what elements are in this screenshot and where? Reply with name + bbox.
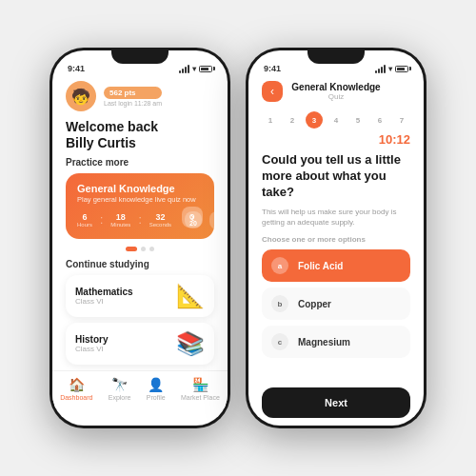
option-a[interactable]: a Folic Acid — [262, 249, 410, 282]
history-name: History — [75, 334, 108, 345]
math-info: Mathematics Class VI — [75, 287, 133, 306]
profile-icon: 👤 — [148, 377, 164, 392]
gk-users: 🧑 12 — [209, 211, 214, 229]
sep2: : — [138, 214, 141, 226]
subject-math[interactable]: Mathematics Class VI 📐 — [66, 275, 214, 317]
wifi-icon-2: ▾ — [388, 65, 392, 73]
notch-2 — [307, 50, 365, 64]
gk-arrow-btn[interactable]: › — [182, 207, 203, 228]
question-text: Could you tell us a little more about wh… — [248, 150, 424, 207]
quiz-steps: 1 2 3 4 5 6 7 — [248, 108, 424, 132]
step-3[interactable]: 3 — [306, 111, 323, 129]
nav-profile[interactable]: 👤 Profile — [147, 377, 166, 401]
nav-explore[interactable]: 🔭 Explore — [109, 377, 131, 401]
quiz-timer: 10:12 — [248, 132, 424, 150]
sep1: : — [100, 214, 103, 226]
welcome-title: Welcome back Billy Curtis — [66, 119, 214, 151]
next-button[interactable]: Next — [262, 387, 410, 418]
option-b-letter: b — [271, 295, 288, 312]
choose-label: Choose one or more options — [248, 235, 424, 249]
option-a-letter: a — [271, 257, 288, 274]
nav-market[interactable]: 🏪 Market Place — [181, 377, 220, 401]
phone-1: 9:41 ▾ 🧒 562 pts Last login 11:28 am — [50, 48, 230, 428]
history-class: Class VI — [75, 345, 108, 353]
quiz-title: General Knowledge — [290, 82, 382, 92]
history-icon: 📚 — [176, 330, 205, 357]
question-hint: This will help us make sure your body is… — [248, 207, 424, 235]
nav-explore-label: Explore — [109, 394, 131, 401]
p1-header: 🧒 562 pts Last login 11:28 am — [52, 77, 228, 117]
signal-icon — [179, 65, 189, 73]
quiz-header-text: General Knowledge Quiz — [290, 82, 382, 101]
step-2[interactable]: 2 — [284, 111, 301, 129]
step-4[interactable]: 4 — [327, 111, 345, 129]
step-5[interactable]: 5 — [349, 111, 367, 129]
market-icon: 🏪 — [192, 377, 208, 392]
nav-profile-label: Profile — [147, 394, 166, 401]
continue-label: Continue studying — [52, 259, 228, 275]
signal-icon-2 — [375, 65, 386, 73]
status-time-1: 9:41 — [68, 64, 85, 73]
gk-hours: 6 Hours — [77, 212, 92, 228]
practice-label: Practice more — [52, 157, 228, 173]
math-icon: 📐 — [176, 283, 205, 309]
phone-2: 9:41 ▾ ‹ General Knowledge Quiz — [246, 48, 426, 428]
gk-seconds: 32 Seconds — [149, 212, 171, 228]
notch-1 — [111, 50, 169, 64]
quiz-sub: Quiz — [290, 92, 382, 101]
battery-icon — [199, 66, 212, 72]
option-b[interactable]: b Copper — [262, 288, 410, 320]
gk-card[interactable]: General Knowledge Play general knowledge… — [66, 173, 214, 239]
dot-3 — [149, 247, 154, 251]
history-info: History Class VI — [75, 334, 108, 353]
nav-market-label: Market Place — [181, 394, 220, 401]
option-a-text: Folic Acid — [298, 261, 343, 271]
status-icons-2: ▾ — [375, 65, 408, 73]
carousel-dots — [52, 247, 228, 251]
status-time-2: 9:41 — [264, 64, 281, 73]
subject-history[interactable]: History Class VI 📚 — [66, 323, 214, 365]
option-c-text: Magnesium — [298, 337, 350, 347]
nav-dashboard-label: Dashboard — [60, 394, 92, 401]
step-6[interactable]: 6 — [371, 111, 388, 129]
gk-subtitle: Play general knowledge live quiz now — [77, 195, 203, 204]
math-name: Mathematics — [75, 287, 133, 297]
nav-dashboard[interactable]: 🏠 Dashboard — [60, 377, 92, 401]
welcome-section: Welcome back Billy Curtis — [52, 117, 228, 157]
status-icons-1: ▾ — [179, 65, 212, 73]
last-login: Last login 11:28 am — [104, 100, 162, 107]
dot-2 — [141, 247, 146, 251]
pts-badge: 562 pts — [104, 87, 162, 99]
dot-1 — [126, 247, 137, 251]
gk-minutes: 18 Minutes — [110, 212, 130, 228]
explore-icon: 🔭 — [111, 377, 128, 392]
back-button[interactable]: ‹ — [262, 81, 283, 102]
p2-header: ‹ General Knowledge Quiz — [248, 77, 424, 108]
pts-info: 562 pts Last login 11:28 am — [104, 87, 162, 107]
option-c-letter: c — [271, 333, 288, 350]
dashboard-icon: 🏠 — [69, 377, 85, 392]
option-c[interactable]: c Magnesium — [262, 326, 410, 358]
avatar: 🧒 — [66, 81, 96, 111]
option-b-text: Copper — [298, 299, 331, 309]
bottom-nav: 🏠 Dashboard 🔭 Explore 👤 Profile 🏪 Market… — [52, 370, 228, 408]
math-class: Class VI — [75, 297, 133, 306]
battery-icon-2 — [395, 66, 408, 72]
step-1[interactable]: 1 — [262, 111, 279, 129]
gk-title: General Knowledge — [77, 183, 203, 194]
wifi-icon: ▾ — [192, 65, 196, 73]
step-7[interactable]: 7 — [393, 111, 410, 129]
